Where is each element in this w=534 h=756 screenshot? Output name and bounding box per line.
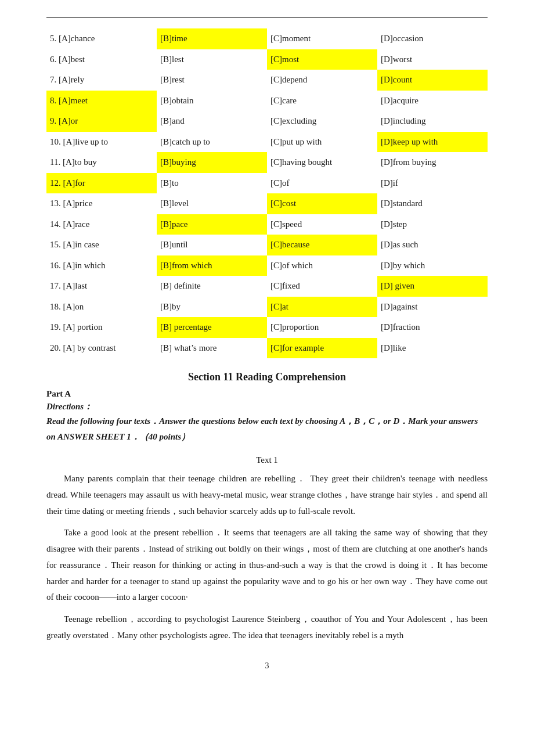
paragraph: Take a good look at the present rebellio… xyxy=(46,525,488,606)
answer-cell: [C]proportion xyxy=(267,317,377,338)
answer-cell: [B]buying xyxy=(157,152,267,173)
table-row: 19. [A] portion[B] percentage[C]proporti… xyxy=(46,317,488,338)
answer-cell: [C]at xyxy=(267,297,377,318)
answer-cell: [B]and xyxy=(157,111,267,132)
table-row: 14. [A]race[B]pace[C]speed[D]step xyxy=(46,214,488,235)
paragraph: Many parents complain that their teenage… xyxy=(46,471,488,519)
paragraph: Teenage rebellion，according to psycholog… xyxy=(46,611,488,644)
answer-cell: [D]including xyxy=(377,111,488,132)
table-row: 20. [A] by contrast[B] what’s more[C]for… xyxy=(46,338,488,359)
answer-cell: [C]most xyxy=(267,49,377,70)
answer-cell: 17. [A]last xyxy=(46,276,157,297)
answer-cell: [D]occasion xyxy=(377,28,488,49)
answer-cell: 6. [A]best xyxy=(46,49,157,70)
table-row: 7. [A]rely[B]rest[C]depend[D]count xyxy=(46,70,488,91)
table-row: 6. [A]best[B]lest[C]most[D]worst xyxy=(46,49,488,70)
text-title: Text 1 xyxy=(46,455,488,465)
answer-cell: [D]acquire xyxy=(377,91,488,111)
answer-cell: 18. [A]on xyxy=(46,297,157,318)
top-rule xyxy=(46,17,488,18)
answer-cell: [B]catch up to xyxy=(157,132,267,153)
answer-cell: [D]from buying xyxy=(377,152,488,173)
answer-cell: [C]excluding xyxy=(267,111,377,132)
table-row: 15. [A]in case[B]until[C]because[D]as su… xyxy=(46,235,488,255)
table-row: 17. [A]last[B] definite[C]fixed[D] given xyxy=(46,276,488,297)
answer-cell: [B] definite xyxy=(157,276,267,297)
answer-cell: [B]by xyxy=(157,297,267,318)
answer-cell: [B] what’s more xyxy=(157,338,267,359)
answer-cell: 11. [A]to buy xyxy=(46,152,157,173)
answer-cell: 5. [A]chance xyxy=(46,28,157,49)
section-title: Section 11 Reading Comprehension xyxy=(46,371,488,383)
table-row: 13. [A]price[B]level[C]cost[D]standard xyxy=(46,193,488,214)
answer-cell: [C]speed xyxy=(267,214,377,235)
answer-cell: [B]to xyxy=(157,173,267,194)
directions-text: Read the following four texts．Answer the… xyxy=(46,413,488,445)
answer-cell: [B]lest xyxy=(157,49,267,70)
answer-cell: [D]step xyxy=(377,214,488,235)
answer-cell: 14. [A]race xyxy=(46,214,157,235)
table-row: 5. [A]chance[B]time[C]moment[D]occasion xyxy=(46,28,488,49)
directions-label: Directions： xyxy=(46,401,488,412)
answer-cell: 20. [A] by contrast xyxy=(46,338,157,359)
answer-cell: 7. [A]rely xyxy=(46,70,157,91)
answer-table: 5. [A]chance[B]time[C]moment[D]occasion6… xyxy=(46,28,488,358)
answer-cell: 9. [A]or xyxy=(46,111,157,132)
answer-cell: [D]as such xyxy=(377,235,488,255)
answer-cell: [D]standard xyxy=(377,193,488,214)
answer-cell: [B] percentage xyxy=(157,317,267,338)
part-label: Part A xyxy=(46,389,488,399)
answer-cell: [B]until xyxy=(157,235,267,255)
answer-cell: [D]against xyxy=(377,297,488,318)
answer-cell: [C]put up with xyxy=(267,132,377,153)
table-row: 11. [A]to buy[B]buying[C]having bought[D… xyxy=(46,152,488,173)
table-row: 12. [A]for[B]to[C]of[D]if xyxy=(46,173,488,194)
answer-cell: 15. [A]in case xyxy=(46,235,157,255)
answer-cell: [B]rest xyxy=(157,70,267,91)
answer-cell: [C]for example xyxy=(267,338,377,359)
answer-cell: [D]worst xyxy=(377,49,488,70)
answer-cell: [C]cost xyxy=(267,193,377,214)
table-row: 10. [A]live up to[B]catch up to[C]put up… xyxy=(46,132,488,153)
answer-cell: [D] given xyxy=(377,276,488,297)
answer-cell: [C]moment xyxy=(267,28,377,49)
answer-cell: [D]keep up with xyxy=(377,132,488,153)
answer-cell: [B]obtain xyxy=(157,91,267,111)
page-number: 3 xyxy=(46,661,488,671)
table-row: 18. [A]on[B]by[C]at[D]against xyxy=(46,297,488,318)
answer-cell: 8. [A]meet xyxy=(46,91,157,111)
answer-cell: [D]if xyxy=(377,173,488,194)
answer-cell: 19. [A] portion xyxy=(46,317,157,338)
answer-cell: [C]of xyxy=(267,173,377,194)
answer-cell: [B]time xyxy=(157,28,267,49)
answer-cell: 16. [A]in which xyxy=(46,255,157,276)
answer-cell: [D]fraction xyxy=(377,317,488,338)
answer-cell: [D]count xyxy=(377,70,488,91)
answer-cell: [C]depend xyxy=(267,70,377,91)
answer-cell: [B]level xyxy=(157,193,267,214)
answer-cell: [D]by which xyxy=(377,255,488,276)
answer-cell: [C]of which xyxy=(267,255,377,276)
answer-cell: [B]from which xyxy=(157,255,267,276)
table-row: 9. [A]or[B]and[C]excluding[D]including xyxy=(46,111,488,132)
answer-cell: [C]fixed xyxy=(267,276,377,297)
answer-cell: [C]care xyxy=(267,91,377,111)
answer-cell: 10. [A]live up to xyxy=(46,132,157,153)
answer-cell: 13. [A]price xyxy=(46,193,157,214)
table-row: 8. [A]meet[B]obtain[C]care[D]acquire xyxy=(46,91,488,111)
answer-cell: [C]having bought xyxy=(267,152,377,173)
answer-cell: 12. [A]for xyxy=(46,173,157,194)
answer-cell: [D]like xyxy=(377,338,488,359)
answer-cell: [B]pace xyxy=(157,214,267,235)
table-row: 16. [A]in which[B]from which[C]of which[… xyxy=(46,255,488,276)
answer-cell: [C]because xyxy=(267,235,377,255)
